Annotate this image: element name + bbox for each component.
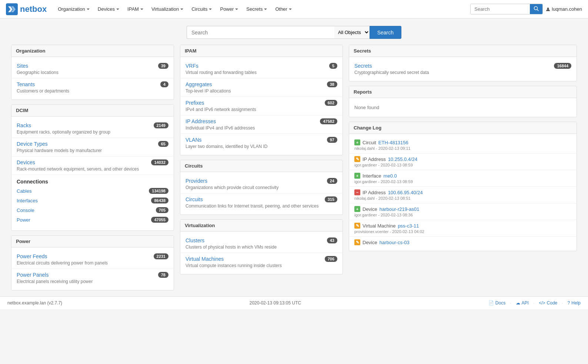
list-item: Secrets16844 Cryptographically secured s… [349,60,577,78]
racks-link[interactable]: Racks [17,122,31,128]
list-item: Racks 2149 Equipment racks, optionally o… [11,119,174,138]
changelog-item-link[interactable]: me0.0 [384,173,397,179]
prefixes-link[interactable]: Prefixes [186,100,204,106]
secrets-link[interactable]: Secrets [354,63,372,69]
power-feeds-badge: 2231 [154,253,168,259]
devices-row: Devices 14032 [17,159,168,165]
device-types-link[interactable]: Device Types [17,141,48,147]
hero-search-select[interactable]: All Objects [334,26,370,39]
reports-panel: Reports None found [349,86,577,117]
changelog-item-link[interactable]: ETH-4813156 [378,140,408,145]
dropdown-caret [209,9,212,10]
dcim-panel: DCIM Racks 2149 Equipment racks, optiona… [11,104,174,231]
hero-search-input[interactable] [187,26,334,39]
user-menu[interactable]: luqman.cohen [546,6,582,12]
docs-link[interactable]: 📄 Docs [488,300,505,306]
nav-item-other[interactable]: Other [271,4,295,14]
circuits-link[interactable]: Circuits [186,196,203,202]
changelog-item-row: ✎IP Address 10.255.0.4/24 [354,156,571,162]
nav-link-devices[interactable]: Devices [94,4,123,14]
power-connections-badge: 47055 [151,217,168,223]
virtualization-panel: Virtualization Clusters43 Clusters of ph… [180,219,343,274]
footer-instance: netbox.example.lan (v2.7.7) [7,300,62,306]
changelog-panel: Change Log +Circuit ETH-4813156nikolaj.d… [349,122,577,251]
changelog-item-link[interactable]: 10.255.0.4/24 [388,156,418,162]
power-connections-link[interactable]: Power [17,217,30,223]
hero-search-button[interactable]: Search [370,26,401,39]
vrfs-link[interactable]: VRFs [186,63,198,69]
nav-item-ipam[interactable]: IPAM [124,4,147,14]
vlans-link[interactable]: VLANs [186,137,202,143]
providers-badge: 24 [327,178,337,184]
nav-item-virtualization[interactable]: Virtualization [148,4,187,14]
changelog-item-link[interactable]: 100.66.95.40/24 [388,190,423,195]
aggregates-link[interactable]: Aggregates [186,81,212,87]
api-link[interactable]: ☁ API [516,300,529,306]
devices-link[interactable]: Devices [17,159,35,165]
connections-list: Cables 134198 Interfaces 86438 Console 7… [11,186,174,225]
aggregates-desc: Top-level IP allocations [186,88,337,94]
sites-link[interactable]: Sites [17,63,28,69]
organization-panel: Organization Sites 39 Geographic locatio… [11,45,174,100]
nav-item-circuits[interactable]: Circuits [188,4,216,14]
circuits-desc: Communication links for Internet transit… [186,203,337,209]
devices-desc: Rack-mounted network equipment, servers,… [17,166,168,172]
changelog-action-icon: + [354,206,360,212]
svg-line-2 [537,10,539,11]
nav-link-secrets[interactable]: Secrets [243,4,271,14]
circuits-header: Circuits [180,160,343,172]
power-panels-link[interactable]: Power Panels [17,272,49,278]
reports-empty: None found [349,101,577,114]
console-link[interactable]: Console [17,208,34,213]
dcim-header: DCIM [11,105,174,117]
virtual-machines-link[interactable]: Virtual Machines [186,256,224,262]
navbar-search-input[interactable] [471,4,530,14]
organization-header: Organization [11,45,174,57]
nav-link-virtualization[interactable]: Virtualization [148,4,187,14]
ip-addresses-badge: 47582 [320,118,337,124]
list-item: Devices 14032 Rack-mounted network equip… [11,156,174,175]
search-icon [534,6,539,11]
nav-item-organization[interactable]: Organization [54,4,93,14]
middle-column: IPAM VRFs5 Virtual routing and forwardin… [180,45,343,290]
clusters-link[interactable]: Clusters [186,237,204,243]
code-link[interactable]: </> Code [539,300,557,306]
providers-link[interactable]: Providers [186,178,207,184]
cloud-icon: ☁ [516,300,520,306]
power-panels-badge: 78 [158,272,168,278]
cables-badge: 134198 [149,188,168,194]
tenants-link[interactable]: Tenants [17,81,35,87]
nav-item-power[interactable]: Power [216,4,242,14]
list-item: Cables 134198 [17,186,168,196]
dropdown-caret [264,9,267,10]
nav-link-power[interactable]: Power [216,4,242,14]
secrets-panel: Secrets Secrets16844 Cryptographically s… [349,45,577,81]
racks-desc: Equipment racks, optionally organized by… [17,129,168,135]
changelog-item-row: +Circuit ETH-4813156 [354,139,571,145]
nav-item-secrets[interactable]: Secrets [243,4,271,14]
racks-row: Racks 2149 [17,122,168,128]
nav-menu: Organization Devices IPAM Virtualization [54,4,470,14]
power-panels-desc: Electrical panels receiving utility powe… [17,279,168,284]
nav-link-organization[interactable]: Organization [54,4,93,14]
ip-addresses-link[interactable]: IP Addresses [186,118,216,124]
cables-link[interactable]: Cables [17,188,31,194]
help-link[interactable]: ? Help [568,300,581,306]
power-feeds-link[interactable]: Power Feeds [17,253,47,259]
brand-logo[interactable]: netbox [6,3,47,15]
help-icon: ? [568,300,570,306]
nav-item-devices[interactable]: Devices [94,4,123,14]
interfaces-link[interactable]: Interfaces [17,198,38,203]
navbar-search-box [470,4,543,14]
nav-link-circuits[interactable]: Circuits [188,4,216,14]
list-item: Sites 39 Geographic locations [11,60,174,78]
changelog-item-link[interactable]: harbour-cs-03 [380,240,410,245]
changelog-meta: igor.gardiner - 2020-02-13 08:59 [354,179,571,184]
navbar-search-button[interactable] [530,4,542,14]
nav-link-other[interactable]: Other [271,4,295,14]
sites-row: Sites 39 [17,63,168,69]
changelog-item-link[interactable]: harbour-r219-as01 [380,206,420,212]
changelog-item-link[interactable]: pss-c3-11 [398,223,419,229]
providers-desc: Organizations which provide circuit conn… [186,185,337,190]
nav-link-ipam[interactable]: IPAM [124,4,147,14]
